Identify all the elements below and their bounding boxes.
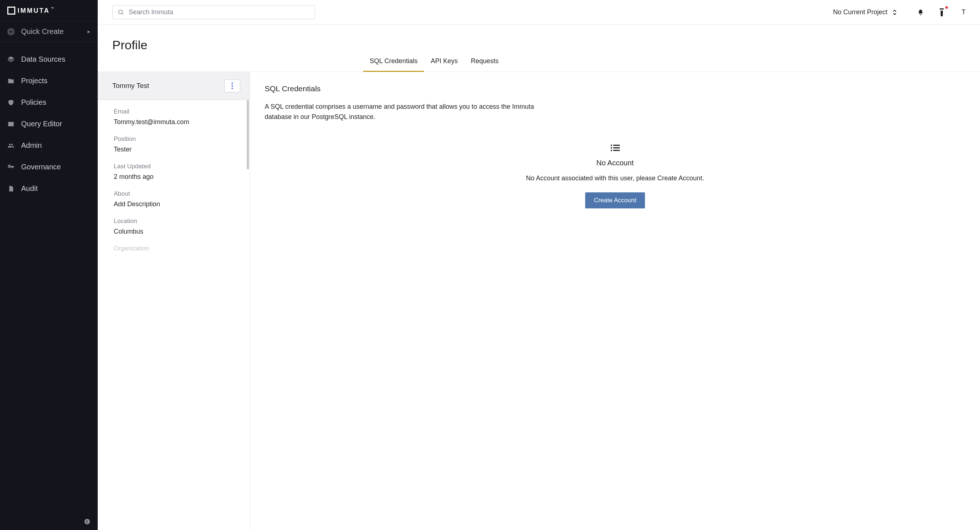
main: No Current Project T Profile — [98, 0, 980, 530]
sidebar-item-label: Data Sources — [21, 55, 65, 64]
tab-sql-credentials[interactable]: SQL Credentials — [363, 50, 424, 72]
connection-icon — [939, 8, 945, 16]
page-header: Profile — [98, 25, 980, 52]
svg-rect-3 — [613, 145, 620, 146]
svg-rect-5 — [613, 147, 620, 148]
svg-point-1 — [118, 10, 123, 14]
user-menu-button[interactable]: T — [959, 8, 968, 16]
sidebar-item-admin[interactable]: Admin — [0, 135, 98, 156]
svg-point-0 — [84, 519, 90, 525]
field-label: Location — [114, 217, 235, 225]
connection-button[interactable] — [938, 8, 946, 16]
tab-label: Requests — [471, 57, 498, 65]
project-selector[interactable]: No Current Project — [833, 8, 897, 16]
svg-rect-7 — [613, 150, 620, 151]
section-title: SQL Credentials — [265, 84, 966, 93]
sidebar-item-governance[interactable]: Governance — [0, 156, 98, 178]
sidebar-item-label: Governance — [21, 163, 61, 171]
empty-state-subtitle: No Account associated with this user, pl… — [526, 174, 704, 182]
field-label: About — [114, 190, 235, 198]
svg-point-6 — [611, 150, 612, 151]
profile-more-button[interactable] — [224, 79, 240, 93]
tabs: SQL Credentials API Keys Requests — [98, 50, 980, 72]
sidebar-item-audit[interactable]: Audit — [0, 178, 98, 199]
key-icon — [7, 163, 14, 171]
field-label: Email — [114, 108, 235, 115]
field-value: 2 months ago — [114, 173, 235, 181]
sidebar-item-query-editor[interactable]: Query Editor — [0, 113, 98, 135]
field-value: Tommy.test@immuta.com — [114, 118, 235, 126]
terminal-icon — [7, 120, 14, 128]
tab-label: SQL Credentials — [370, 57, 417, 65]
empty-state-title: No Account — [597, 159, 634, 167]
list-icon — [610, 144, 620, 152]
sidebar-nav: Data Sources Projects Policies Query Edi… — [0, 42, 98, 199]
plus-circle-icon — [7, 28, 14, 35]
sidebar-item-policies[interactable]: Policies — [0, 92, 98, 113]
tab-api-keys[interactable]: API Keys — [424, 50, 464, 72]
svg-point-4 — [611, 147, 612, 148]
caret-right-icon: ▶ — [88, 30, 91, 34]
profile-field-last-updated: Last Updated 2 months ago — [114, 163, 235, 181]
profile-field-about: About Add Description — [114, 190, 235, 208]
people-icon — [7, 142, 14, 149]
field-value: Tester — [114, 146, 235, 153]
tab-label: API Keys — [431, 57, 458, 65]
avatar-initial: T — [962, 8, 966, 16]
layers-icon — [7, 56, 14, 63]
topbar-actions: T — [916, 8, 968, 16]
quick-create-label: Quick Create — [21, 27, 88, 36]
profile-field-email: Email Tommy.test@immuta.com — [114, 108, 235, 126]
topbar: No Current Project T — [98, 0, 980, 25]
brand-logo[interactable]: IMMUTA ™ — [0, 0, 98, 21]
profile-user-header: Tommy Test — [98, 72, 250, 100]
bell-icon — [917, 9, 924, 16]
search-input[interactable] — [129, 8, 310, 16]
search-icon — [118, 9, 124, 16]
sidebar-item-label: Projects — [21, 77, 48, 85]
profile-field-location: Location Columbus — [114, 217, 235, 235]
content-body: Tommy Test Email Tommy.test@immuta.com P… — [98, 72, 980, 530]
svg-point-2 — [611, 145, 612, 146]
profile-field-position: Position Tester — [114, 136, 235, 153]
sidebar-item-label: Query Editor — [21, 120, 62, 128]
sidebar-item-projects[interactable]: Projects — [0, 70, 98, 92]
sidebar-item-data-sources[interactable]: Data Sources — [0, 49, 98, 70]
tab-requests[interactable]: Requests — [464, 50, 505, 72]
logo-mark-icon — [7, 6, 15, 14]
sidebar-item-label: Policies — [21, 98, 46, 107]
search-input-wrap[interactable] — [112, 5, 315, 19]
empty-state: No Account No Account associated with th… — [265, 144, 966, 208]
folder-icon — [7, 77, 14, 85]
badge-dot-icon — [945, 6, 948, 9]
scrollbar[interactable] — [247, 100, 249, 169]
project-selector-label: No Current Project — [833, 8, 888, 16]
brand-name: IMMUTA — [18, 7, 50, 14]
profile-user-name: Tommy Test — [112, 82, 149, 90]
profile-details: Email Tommy.test@immuta.com Position Tes… — [98, 100, 250, 530]
field-label: Last Updated — [114, 163, 235, 170]
section-description: A SQL credential comprises a username an… — [265, 102, 542, 122]
field-value[interactable]: Add Description — [114, 200, 235, 208]
notifications-button[interactable] — [916, 8, 924, 16]
sidebar: IMMUTA ™ Quick Create ▶ Data Sources Pro… — [0, 0, 98, 530]
profile-field-cutoff: Organization — [114, 245, 235, 252]
profile-side-panel: Tommy Test Email Tommy.test@immuta.com P… — [98, 72, 250, 530]
sidebar-item-label: Audit — [21, 184, 38, 193]
quick-create-button[interactable]: Quick Create ▶ — [0, 21, 98, 42]
sidebar-collapse-button[interactable] — [84, 518, 91, 525]
create-account-button[interactable]: Create Account — [585, 192, 645, 208]
chevron-updown-icon — [892, 9, 897, 16]
field-label: Position — [114, 136, 235, 143]
document-icon — [7, 185, 14, 192]
trademark-icon: ™ — [51, 6, 54, 10]
sql-credentials-panel: SQL Credentials A SQL credential compris… — [250, 72, 980, 530]
field-value: Columbus — [114, 228, 235, 235]
shield-icon — [7, 99, 14, 106]
sidebar-item-label: Admin — [21, 141, 42, 150]
more-vertical-icon — [232, 83, 233, 89]
